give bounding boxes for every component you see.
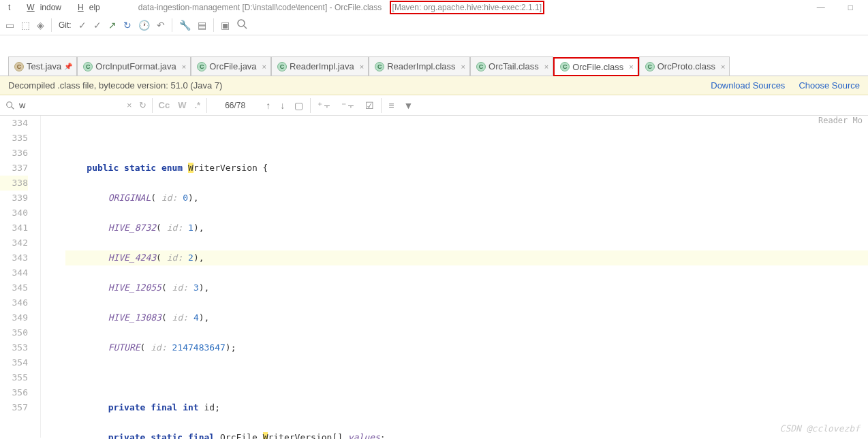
words-toggle[interactable]: W: [176, 100, 188, 110]
tab-orcfile-java[interactable]: COrcFile.java×: [191, 56, 271, 76]
git-update-icon[interactable]: ✓: [78, 20, 87, 31]
find-bar: × ↻ Cc W .* 66/78 ↑ ↓ ▢ ⁺⫟ ⁻⫟ ☑ ≡ ▼: [0, 95, 868, 116]
git-label: Git:: [59, 20, 72, 30]
close-icon[interactable]: ×: [459, 63, 465, 71]
match-case-toggle[interactable]: Cc: [157, 100, 172, 110]
tab-readerimpl-class[interactable]: CReaderImpl.class×: [369, 56, 470, 76]
decompiled-banner: Decompiled .class file, bytecode version…: [0, 76, 868, 95]
banner-message: Decompiled .class file, bytecode version…: [8, 80, 222, 91]
tab-orcfile-class[interactable]: COrcFile.class×: [553, 57, 639, 76]
select-all-icon[interactable]: ▢: [292, 100, 306, 111]
code-editor[interactable]: 334 335 336 337 338 339 340 341 342 343 …: [0, 116, 868, 438]
prev-match-icon[interactable]: ↑: [263, 100, 273, 111]
line-gutter: 334 335 336 337 338 339 340 341 342 343 …: [0, 116, 41, 438]
main-toolbar: ▭ ⬚ ◈ Git: ✓ ✓ ↗ ↻ 🕐 ↶ 🔧 ▤ ▣: [0, 15, 868, 35]
close-icon[interactable]: ×: [542, 63, 548, 71]
add-selection-icon[interactable]: ⁺⫟: [315, 100, 335, 111]
menu-item-help[interactable]: Help: [67, 3, 106, 12]
tab-orctail-class[interactable]: COrcTail.class×: [470, 56, 553, 76]
git-push-icon[interactable]: ↗: [108, 20, 117, 31]
close-icon[interactable]: ×: [260, 63, 266, 71]
history-icon[interactable]: ↻: [138, 100, 148, 110]
regex-toggle[interactable]: .*: [193, 100, 203, 110]
tab-orcproto-class[interactable]: COrcProto.class×: [639, 56, 730, 76]
close-icon[interactable]: ×: [718, 63, 725, 71]
remove-selection-icon[interactable]: ⁻⫟: [339, 100, 358, 111]
download-sources-link[interactable]: Download Sources: [711, 80, 785, 91]
svg-line-3: [12, 106, 14, 109]
choose-source-link[interactable]: Choose Source: [799, 80, 860, 91]
watermark: CSDN @cclovezbf: [780, 423, 860, 434]
maximize-button[interactable]: □: [843, 3, 858, 12]
menu-bar: t Window Help data-ingestion-management …: [0, 0, 868, 15]
undo-icon[interactable]: ↶: [157, 20, 165, 31]
pin-icon: 📌: [64, 63, 72, 70]
filter-icon[interactable]: ▼: [401, 100, 416, 111]
close-icon[interactable]: ×: [626, 63, 633, 71]
search-everywhere-icon[interactable]: [236, 18, 247, 31]
minimize-button[interactable]: —: [811, 3, 831, 12]
select-all-occ-icon[interactable]: ☑: [362, 100, 377, 111]
tab-test-java[interactable]: CTest.java📌: [8, 56, 77, 76]
structure-icon[interactable]: ▤: [198, 20, 206, 31]
search-icon: [5, 101, 15, 110]
close-icon[interactable]: ×: [179, 63, 186, 71]
svg-line-1: [244, 26, 247, 29]
svg-point-2: [7, 101, 12, 107]
editor-tabs: CTest.java📌 COrcInputFormat.java× COrcFi…: [0, 57, 868, 76]
git-fetch-icon[interactable]: ↻: [123, 20, 131, 31]
git-history-icon[interactable]: 🕐: [138, 20, 150, 31]
git-commit-icon[interactable]: ✓: [93, 20, 102, 31]
svg-point-0: [238, 20, 245, 27]
find-input[interactable]: [19, 100, 121, 110]
reader-mode-label[interactable]: Reader Mo: [818, 116, 863, 125]
wrench-icon[interactable]: 🔧: [179, 20, 191, 31]
match-count: 66/78: [211, 101, 259, 110]
tab-orcinputformat[interactable]: COrcInputFormat.java×: [77, 56, 191, 76]
app-icon[interactable]: ▣: [221, 20, 230, 31]
code-area[interactable]: public static enum WriterVersion { ORIGI…: [52, 116, 868, 438]
window-title: data-ingestion-management [D:\install\co…: [106, 3, 811, 12]
tab-readerimpl-java[interactable]: CReaderImpl.java×: [271, 56, 369, 76]
close-icon[interactable]: ×: [357, 63, 364, 71]
save-all-icon[interactable]: ⬚: [21, 20, 30, 31]
menu-item-t[interactable]: t: [3, 3, 16, 12]
clear-search-icon[interactable]: ×: [125, 100, 134, 110]
settings-icon[interactable]: ≡: [386, 100, 397, 111]
cube-icon[interactable]: ◈: [37, 20, 44, 31]
title-annotation: [Maven: org.apache.hive:hive-exec:2.1.1]: [390, 1, 544, 14]
next-match-icon[interactable]: ↓: [277, 100, 288, 111]
menu-item-window[interactable]: Window: [16, 3, 67, 12]
open-icon[interactable]: ▭: [5, 20, 14, 31]
